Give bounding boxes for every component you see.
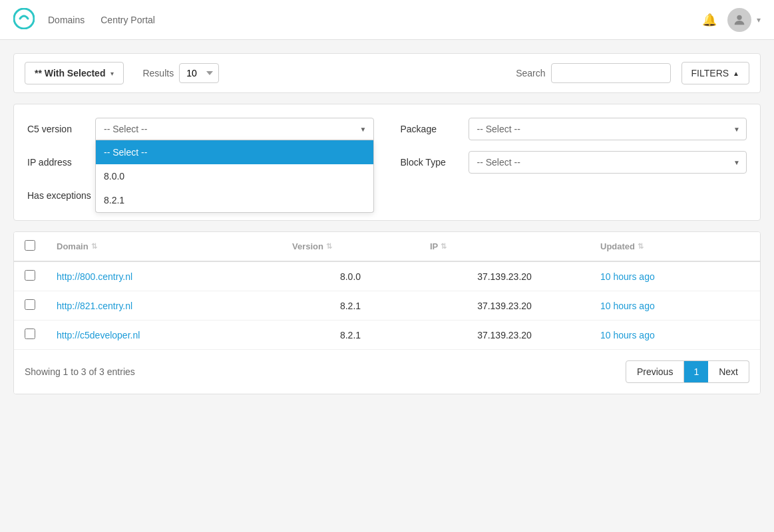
c5-version-option-821[interactable]: 8.2.1: [96, 188, 373, 212]
with-selected-caret-icon: ▾: [110, 70, 114, 77]
version-cell-1: 8.2.1: [282, 291, 419, 321]
with-selected-button[interactable]: ** With Selected ▾: [25, 62, 124, 84]
table-header: Domain ⇅ Version ⇅ IP ⇅: [14, 232, 760, 261]
version-cell-2: 8.2.1: [282, 321, 419, 350]
c5-version-selected: -- Select --: [104, 124, 147, 134]
c5-version-label: C5 version: [27, 124, 87, 134]
filters-panel: C5 version -- Select -- ▼ -- Select -- 8…: [13, 104, 761, 221]
svg-point-1: [737, 15, 741, 19]
filter-c5version: C5 version -- Select -- ▼ -- Select -- 8…: [27, 118, 374, 140]
navbar: Domains Centry Portal 🔔 ▾: [0, 0, 774, 40]
filter-package: Package -- Select -- ▼: [401, 118, 747, 140]
block-type-select[interactable]: -- Select --: [469, 151, 747, 174]
ip-cell-2: 37.139.23.20: [419, 321, 590, 350]
th-updated[interactable]: Updated ⇅: [590, 232, 760, 261]
version-sort-icon: ⇅: [326, 242, 332, 251]
block-type-label: Block Type: [401, 157, 461, 168]
results-label: Results: [142, 68, 174, 78]
results-select[interactable]: 10 25 50 100: [179, 63, 219, 83]
nav-centry-portal[interactable]: Centry Portal: [100, 9, 155, 31]
svg-point-0: [14, 9, 34, 29]
navbar-links: Domains Centry Portal: [48, 9, 702, 31]
main-content: ** With Selected ▾ Results 10 25 50 100 …: [0, 40, 774, 408]
th-ip[interactable]: IP ⇅: [419, 232, 590, 261]
data-table-container: Domain ⇅ Version ⇅ IP ⇅: [13, 231, 761, 394]
ip-address-label: IP address: [27, 157, 87, 168]
updated-cell-0: 10 hours ago: [590, 261, 760, 291]
c5-version-select-trigger[interactable]: -- Select -- ▼: [95, 118, 374, 140]
showing-text: Showing 1 to 3 of 3 entries: [25, 366, 135, 377]
navbar-actions: 🔔 ▾: [702, 8, 761, 32]
filter-row-1: C5 version -- Select -- ▼ -- Select -- 8…: [27, 118, 747, 140]
table-body: http://800.centry.nl 8.0.0 37.139.23.20 …: [14, 261, 760, 349]
c5-version-menu: -- Select -- 8.0.0 8.2.1: [95, 140, 374, 213]
updated-cell-2: 10 hours ago: [590, 321, 760, 350]
domain-link-1[interactable]: http://821.centry.nl: [57, 301, 132, 311]
avatar-caret-icon: ▾: [757, 15, 761, 25]
domain-link-2[interactable]: http://c5developer.nl: [57, 330, 140, 340]
c5-version-option-800[interactable]: 8.0.0: [96, 164, 373, 188]
ip-sort-icon: ⇅: [441, 242, 447, 251]
table-row: http://821.centry.nl 8.2.1 37.139.23.20 …: [14, 291, 760, 321]
avatar[interactable]: [727, 8, 751, 32]
previous-button[interactable]: Previous: [626, 360, 684, 383]
block-type-select-wrap: -- Select -- ▼: [469, 151, 747, 174]
data-table: Domain ⇅ Version ⇅ IP ⇅: [14, 232, 760, 349]
pagination-buttons: Previous 1 Next: [626, 360, 749, 383]
c5-version-arrow-icon: ▼: [360, 126, 367, 133]
filter-block-type: Block Type -- Select -- ▼: [401, 151, 747, 174]
toolbar: ** With Selected ▾ Results 10 25 50 100 …: [13, 53, 761, 93]
domain-link-0[interactable]: http://800.centry.nl: [57, 271, 132, 282]
c5-version-option-select[interactable]: -- Select --: [96, 140, 373, 164]
c5-version-dropdown: -- Select -- ▼ -- Select -- 8.0.0 8.2.1: [95, 118, 374, 140]
ip-cell-1: 37.139.23.20: [419, 291, 590, 321]
th-checkbox: [14, 232, 46, 261]
filters-label: FILTERS: [691, 68, 729, 78]
filters-button[interactable]: FILTERS ▲: [681, 62, 749, 84]
logo: [13, 8, 35, 31]
package-select-wrap: -- Select -- ▼: [469, 118, 747, 140]
with-selected-label: ** With Selected: [35, 68, 105, 78]
filters-caret-icon: ▲: [733, 70, 739, 77]
page-1-button[interactable]: 1: [684, 360, 708, 383]
th-version[interactable]: Version ⇅: [282, 232, 419, 261]
package-label: Package: [401, 124, 461, 134]
row-checkbox-1[interactable]: [25, 299, 35, 310]
row-checkbox-0[interactable]: [25, 270, 35, 281]
updated-sort-icon: ⇅: [638, 242, 644, 251]
th-domain[interactable]: Domain ⇅: [46, 232, 282, 261]
nav-domains[interactable]: Domains: [48, 9, 85, 31]
pagination-row: Showing 1 to 3 of 3 entries Previous 1 N…: [14, 349, 760, 394]
domain-sort-icon: ⇅: [91, 242, 97, 251]
table-row: http://800.centry.nl 8.0.0 37.139.23.20 …: [14, 261, 760, 291]
table-row: http://c5developer.nl 8.2.1 37.139.23.20…: [14, 321, 760, 350]
row-checkbox-2[interactable]: [25, 329, 35, 339]
ip-cell-0: 37.139.23.20: [419, 261, 590, 291]
search-group: Search: [516, 63, 670, 83]
search-input[interactable]: [551, 63, 671, 83]
bell-icon[interactable]: 🔔: [702, 13, 717, 27]
select-all-checkbox[interactable]: [25, 240, 35, 251]
has-exceptions-label: Has exceptions: [27, 190, 91, 201]
next-button[interactable]: Next: [708, 360, 749, 383]
package-select[interactable]: -- Select --: [469, 118, 747, 140]
results-group: Results 10 25 50 100: [142, 63, 219, 83]
search-label: Search: [516, 68, 545, 78]
updated-cell-1: 10 hours ago: [590, 291, 760, 321]
version-cell-0: 8.0.0: [282, 261, 419, 291]
